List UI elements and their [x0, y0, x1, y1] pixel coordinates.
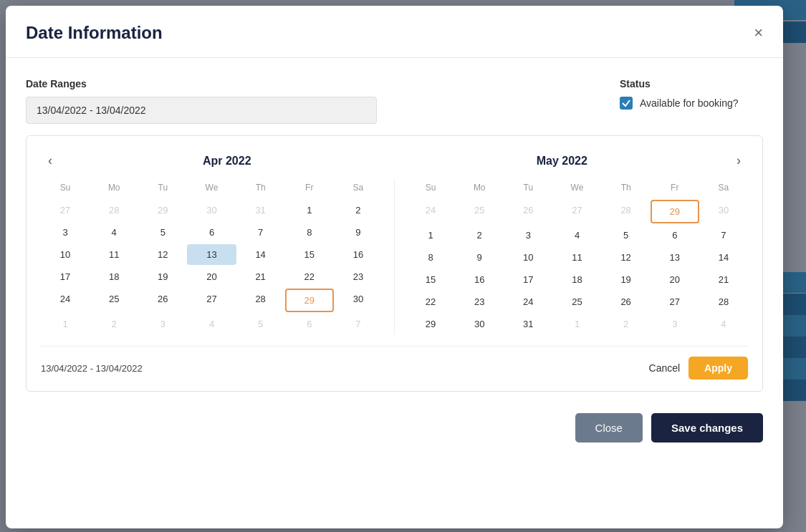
day-cell[interactable]: 8	[285, 222, 334, 243]
may-header-tu: Tu	[504, 180, 552, 195]
day-cell: 2	[90, 314, 138, 334]
day-cell: 3	[138, 314, 187, 334]
day-cell[interactable]: 25	[90, 289, 138, 312]
day-cell[interactable]: 16	[334, 244, 383, 265]
calendar-picker: ‹ Apr 2022 May 2022 › Su Mo Tu	[26, 135, 763, 392]
available-checkbox[interactable]	[620, 97, 633, 110]
day-cell[interactable]: 10	[41, 244, 90, 265]
date-range-display: 13/04/2022 - 13/04/2022	[26, 97, 377, 124]
day-cell[interactable]: 21	[699, 269, 748, 290]
day-cell[interactable]: 29	[651, 200, 699, 223]
day-cell[interactable]: 30	[334, 289, 383, 312]
day-cell: 30	[187, 200, 236, 221]
day-cell[interactable]: 6	[651, 225, 699, 246]
day-cell[interactable]: 12	[138, 244, 187, 265]
save-changes-button[interactable]: Save changes	[651, 413, 763, 442]
day-cell[interactable]: 30	[455, 314, 504, 334]
may-header-fr: Fr	[651, 180, 699, 195]
status-section: Status Available for booking?	[620, 78, 763, 124]
calendar-months-container: Su Mo Tu We Th Fr Sa 2728293031123456789…	[41, 180, 748, 334]
day-cell[interactable]: 2	[334, 200, 383, 221]
day-cell[interactable]: 16	[455, 269, 504, 290]
day-cell[interactable]: 20	[651, 269, 699, 290]
day-cell[interactable]: 31	[504, 314, 552, 334]
day-cell[interactable]: 3	[41, 222, 90, 243]
day-cell[interactable]: 6	[187, 222, 236, 243]
day-cell[interactable]: 7	[236, 222, 285, 243]
day-cell[interactable]: 12	[602, 247, 651, 268]
day-cell[interactable]: 24	[41, 289, 90, 312]
day-cell[interactable]: 14	[699, 247, 748, 268]
day-cell[interactable]: 28	[236, 289, 285, 312]
day-cell[interactable]: 25	[552, 291, 601, 312]
day-cell: 2	[602, 314, 651, 334]
status-label: Status	[620, 78, 763, 90]
day-cell[interactable]: 3	[504, 225, 552, 246]
day-cell[interactable]: 4	[90, 222, 138, 243]
april-header-sa: Sa	[334, 180, 383, 195]
day-cell[interactable]: 14	[236, 244, 285, 265]
day-cell[interactable]: 28	[699, 291, 748, 312]
day-cell[interactable]: 9	[455, 247, 504, 268]
day-cell[interactable]: 22	[285, 266, 334, 287]
date-ranges-section: Date Ranges 13/04/2022 - 13/04/2022	[26, 78, 577, 124]
day-cell[interactable]: 20	[187, 266, 236, 287]
day-cell[interactable]: 26	[602, 291, 651, 312]
day-cell[interactable]: 1	[406, 225, 455, 246]
day-cell[interactable]: 1	[285, 200, 334, 221]
april-header-fr: Fr	[285, 180, 334, 195]
day-cell[interactable]: 22	[406, 291, 455, 312]
day-cell[interactable]: 17	[41, 266, 90, 287]
day-cell[interactable]: 18	[90, 266, 138, 287]
day-cell[interactable]: 13	[651, 247, 699, 268]
apply-button[interactable]: Apply	[689, 357, 748, 379]
day-cell[interactable]: 19	[138, 266, 187, 287]
day-cell[interactable]: 4	[552, 225, 601, 246]
day-cell[interactable]: 27	[187, 289, 236, 312]
next-month-button[interactable]: ›	[729, 150, 748, 171]
day-cell[interactable]: 24	[504, 291, 552, 312]
close-modal-button[interactable]: Close	[575, 413, 643, 442]
day-cell[interactable]: 13	[187, 244, 236, 265]
may-header-mo: Mo	[455, 180, 504, 195]
day-cell: 28	[602, 200, 651, 223]
day-cell[interactable]: 17	[504, 269, 552, 290]
day-cell: 26	[504, 200, 552, 223]
day-cell[interactable]: 9	[334, 222, 383, 243]
day-cell[interactable]: 18	[552, 269, 601, 290]
day-cell: 7	[334, 314, 383, 334]
day-cell[interactable]: 23	[334, 266, 383, 287]
availability-checkbox-row: Available for booking?	[620, 97, 763, 110]
modal-footer: Close Save changes	[6, 399, 783, 460]
calendar-divider	[394, 180, 395, 334]
day-cell[interactable]: 23	[455, 291, 504, 312]
day-cell[interactable]: 15	[406, 269, 455, 290]
day-cell[interactable]: 21	[236, 266, 285, 287]
calendar-nav-row: ‹ Apr 2022 May 2022 ›	[41, 150, 748, 171]
cancel-button[interactable]: Cancel	[649, 362, 681, 374]
day-cell[interactable]: 8	[406, 247, 455, 268]
day-cell: 30	[699, 200, 748, 223]
day-cell[interactable]: 2	[455, 225, 504, 246]
day-cell: 29	[138, 200, 187, 221]
day-cell[interactable]: 15	[285, 244, 334, 265]
day-cell[interactable]: 10	[504, 247, 552, 268]
day-cell[interactable]: 29	[285, 289, 334, 312]
day-cell: 1	[552, 314, 601, 334]
day-cell[interactable]: 7	[699, 225, 748, 246]
day-cell[interactable]: 27	[651, 291, 699, 312]
day-cell[interactable]: 26	[138, 289, 187, 312]
day-cell[interactable]: 29	[406, 314, 455, 334]
april-calendar: Su Mo Tu We Th Fr Sa 2728293031123456789…	[41, 180, 383, 334]
april-header-mo: Mo	[90, 180, 138, 195]
day-cell: 27	[552, 200, 601, 223]
day-cell[interactable]: 11	[552, 247, 601, 268]
modal-header: Date Information ×	[6, 6, 783, 58]
day-cell[interactable]: 19	[602, 269, 651, 290]
day-cell[interactable]: 5	[138, 222, 187, 243]
prev-month-button[interactable]: ‹	[41, 150, 59, 171]
day-cell: 4	[699, 314, 748, 334]
day-cell[interactable]: 11	[90, 244, 138, 265]
day-cell[interactable]: 5	[602, 225, 651, 246]
modal-close-button[interactable]: ×	[754, 25, 763, 41]
